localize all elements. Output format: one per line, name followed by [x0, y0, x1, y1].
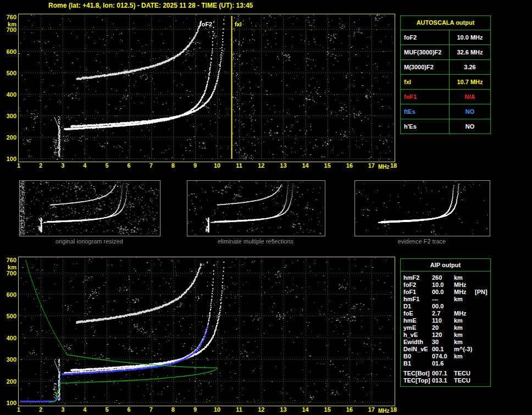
- autoscala-output-table: AUTOSCALA output foF210.0 MHzMUF(3000)F2…: [400, 15, 491, 134]
- aip-x-cell: [475, 377, 490, 384]
- aip-n-cell: B1: [403, 360, 432, 367]
- bottom-plot-x-tick-17: 17: [368, 406, 375, 413]
- autoscala-value: 32.6 MHz: [450, 45, 490, 59]
- top-plot-y-unit-label: km: [1, 21, 16, 27]
- top-plot-y-tick-700: 700: [1, 26, 16, 33]
- aip-n-cell: h_vE: [403, 331, 432, 339]
- bottom-plot-y-tick-200: 200: [1, 378, 16, 385]
- top-plot-x-tick-16: 16: [346, 162, 353, 169]
- aip-x-cell: [475, 331, 490, 339]
- autoscala-value: 10.0 MHz: [450, 30, 490, 45]
- autoscala-table-rows: foF210.0 MHzMUF(3000)F232.6 MHzM(3000)F2…: [401, 30, 490, 134]
- aip-u-cell: [454, 303, 475, 310]
- top-plot-x-tick-8: 8: [171, 162, 175, 169]
- aip-u-cell: MHz: [454, 281, 475, 289]
- bottom-plot-y-unit-label: km: [1, 264, 16, 270]
- aip-n-cell: Ewidth: [403, 339, 432, 346]
- top-plot-y-tick-600: 600: [1, 48, 16, 55]
- top-plot-x-tick-14: 14: [302, 162, 308, 169]
- bottom-plot-x-tick-6: 6: [128, 406, 131, 413]
- processing-thumbnail-canvas-2: [187, 181, 324, 235]
- aip-n-cell: hmE: [403, 317, 432, 324]
- aip-row-ymE: ymE20km: [401, 324, 490, 331]
- top-plot-x-tick-4: 4: [83, 162, 86, 169]
- bottom-plot-x-tick-13: 13: [280, 406, 286, 413]
- bottom-plot-x-tick-9: 9: [193, 406, 197, 413]
- aip-row-D1: D100.0: [401, 303, 490, 310]
- aip-u-cell: km: [454, 296, 475, 303]
- top-plot-y-tick-300: 300: [1, 113, 16, 119]
- aip-u-cell: km: [454, 339, 475, 346]
- aip-row-hmF2: hmF2260km: [401, 274, 490, 281]
- aip-v-cell: 110: [432, 317, 454, 324]
- fxI-trace-label: fxI: [235, 21, 242, 27]
- aip-row-Ewidth: Ewidth30km: [401, 339, 490, 346]
- top-plot-x-tick-10: 10: [214, 162, 220, 169]
- aip-output-table: AIP output hmF2260kmfoF210.0MHzfoF100.0M…: [400, 258, 491, 387]
- aip-row-B0: B0074.0km: [401, 353, 490, 360]
- autoscala-param: MUF(3000)F2: [401, 45, 450, 59]
- aip-u-cell: km: [454, 274, 475, 281]
- autoscala-row-7: h'EsNO: [401, 119, 490, 134]
- autoscala-row-4: fxI10.7 MHz: [401, 75, 490, 90]
- aip-v-cell: 00.1: [432, 346, 454, 353]
- top-plot-y-tick-760: 760: [1, 14, 16, 20]
- bottom-plot-x-tick-7: 7: [149, 406, 153, 413]
- aip-n-cell: TEC[Bot]: [403, 370, 432, 377]
- aip-n-cell: TEC[Top]: [403, 377, 432, 384]
- autoscala-value: NO: [450, 119, 490, 134]
- aip-row-DelN_vE: DelN_vE00.1m^(-3): [401, 346, 490, 353]
- aip-v-cell: 074.0: [432, 353, 454, 360]
- bottom-plot-y-tick-400: 400: [1, 335, 16, 341]
- station-date-time-title: Rome (lat: +41.8, lon: 012.5) - DATE: 20…: [48, 2, 253, 9]
- autoscala-app-window: Rome (lat: +41.8, lon: 012.5) - DATE: 20…: [0, 0, 532, 415]
- bottom-plot-x-tick-8: 8: [171, 406, 175, 413]
- top-plot-x-tick-1: 1: [17, 162, 20, 169]
- aip-x-cell: [475, 339, 490, 346]
- autoscala-value: 10.7 MHz: [450, 75, 490, 89]
- top-plot-x-tick-17: 17: [368, 162, 375, 169]
- aip-v-cell: 20: [432, 324, 454, 331]
- aip-u-cell: km: [454, 331, 475, 339]
- autoscala-param: foF2: [401, 30, 450, 45]
- top-plot-x-tick-9: 9: [193, 162, 197, 169]
- aip-u-cell: [454, 360, 475, 367]
- top-plot-x-tick-18: 18: [390, 162, 397, 169]
- aip-x-cell: [PN]: [475, 289, 490, 296]
- top-plot-x-unit-label: MHz: [378, 164, 390, 170]
- aip-n-cell: foF2: [403, 281, 432, 289]
- top-ionogram-canvas: [19, 14, 394, 161]
- bottom-plot-x-tick-1: 1: [17, 406, 20, 413]
- bottom-plot-y-tick-700: 700: [1, 270, 16, 276]
- bottom-plot-x-tick-12: 12: [258, 406, 264, 413]
- bottom-plot-x-tick-14: 14: [302, 406, 308, 413]
- aip-row-hmE: hmE110km: [401, 317, 490, 324]
- aip-u-cell: m^(-3): [454, 346, 475, 353]
- bottom-plot-y-tick-100: 100: [1, 400, 16, 406]
- bottom-plot-x-tick-10: 10: [214, 406, 220, 413]
- aip-row-foF1: foF100.0MHz[PN]: [401, 289, 490, 296]
- aip-x-cell: [475, 296, 490, 303]
- autoscala-param: ftEs: [401, 104, 450, 119]
- bottom-plot-x-tick-18: 18: [390, 406, 397, 413]
- autoscala-row-3: M(3000)F23.26: [401, 60, 490, 75]
- aip-v-cell: 260: [432, 274, 454, 281]
- aip-x-cell: [475, 346, 490, 353]
- aip-row-h_vE: h_vE120km: [401, 331, 490, 339]
- aip-n-cell: hmF2: [403, 274, 432, 281]
- aip-n-cell: DelN_vE: [403, 346, 432, 353]
- aip-v-cell: 013.1: [432, 377, 454, 384]
- bottom-plot-x-tick-16: 16: [346, 406, 353, 413]
- aip-x-cell: [475, 324, 490, 331]
- autoscala-row-1: foF210.0 MHz: [401, 30, 490, 45]
- top-plot-x-tick-13: 13: [280, 162, 286, 169]
- top-plot-y-tick-100: 100: [1, 156, 16, 162]
- aip-v-cell: 01.6: [432, 360, 454, 367]
- aip-x-cell: [475, 353, 490, 360]
- aip-v-cell: 2.7: [432, 310, 454, 317]
- bottom-plot-x-tick-4: 4: [83, 406, 86, 413]
- bottom-plot-x-tick-5: 5: [105, 406, 108, 413]
- bottom-plot-x-tick-2: 2: [39, 406, 42, 413]
- aip-n-cell: hmF1: [403, 296, 432, 303]
- bottom-plot-x-unit-label: MHz: [378, 408, 390, 414]
